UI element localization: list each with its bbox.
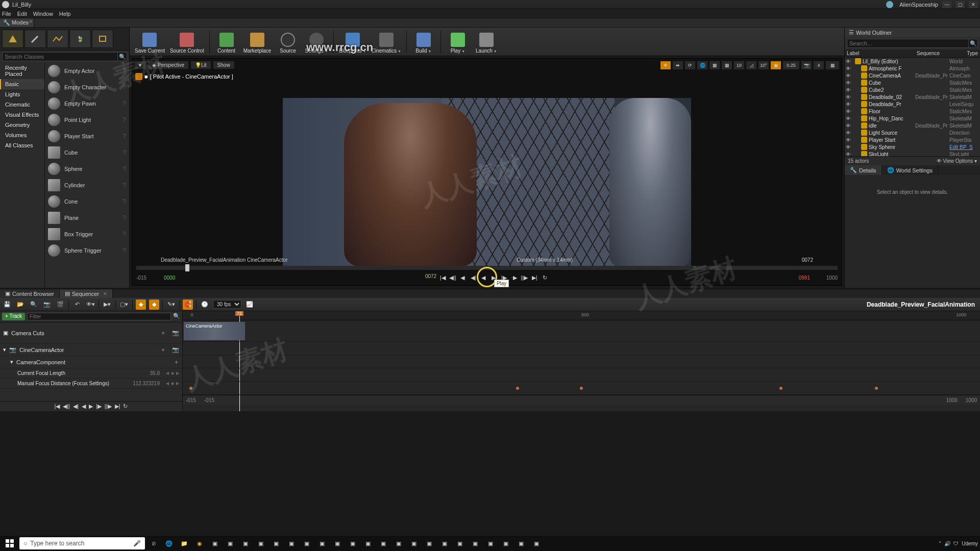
window-minimize-button[interactable]: — — [942, 1, 951, 8]
undo-icon[interactable]: ↶ — [72, 299, 82, 310]
taskbar-app-icon[interactable]: ▣ — [331, 537, 344, 550]
system-tray[interactable]: ˄ 🔊 🛡 Udemy — [939, 541, 978, 546]
cinematics-button[interactable]: Cinematics▼ — [370, 29, 403, 55]
pilot-camera-icon[interactable]: 📷 — [172, 346, 179, 353]
frame-fwd-button[interactable]: |▶ — [96, 403, 102, 410]
play-button[interactable]: Play▼ — [444, 29, 472, 55]
help-icon[interactable]: ? — [122, 84, 126, 91]
taskbar-app-icon[interactable]: ◉ — [193, 537, 206, 550]
prev-key-icon[interactable]: ◀ — [166, 381, 169, 386]
visibility-icon[interactable]: 👁 — [846, 116, 852, 121]
actor-plane[interactable]: Plane? — [45, 210, 129, 226]
search-icon[interactable]: 🔍 — [118, 52, 127, 61]
add-key-icon[interactable]: ◆ — [171, 371, 174, 375]
actor-empty-pawn[interactable]: Empty Pawn? — [45, 95, 129, 112]
landscape-mode-button[interactable] — [47, 30, 68, 48]
help-icon[interactable]: ? — [122, 247, 126, 254]
col-sequence[interactable]: Sequence — [917, 51, 949, 56]
outliner-row[interactable]: 👁Light SourceDirection — [845, 129, 980, 136]
actor-empty-actor[interactable]: Empty Actor? — [45, 63, 129, 79]
prev-key-icon[interactable]: ◀ — [166, 371, 169, 375]
add-subtrack-button[interactable]: ＋ — [160, 346, 166, 354]
taskbar-app-icon[interactable]: ▣ — [499, 537, 512, 550]
tray-icon[interactable]: 🛡 — [953, 541, 959, 546]
source-control-button[interactable]: Source Control — [168, 29, 206, 55]
show-button[interactable]: Show — [213, 61, 235, 69]
help-icon[interactable]: ? — [122, 214, 126, 221]
outliner-row[interactable]: 👁Sky SphereEdit BP_S — [845, 143, 980, 151]
world-settings-tab[interactable]: 🌐World Settings — [882, 165, 938, 175]
taskbar-app-icon[interactable]: ▣ — [423, 537, 436, 550]
visibility-icon[interactable]: 👁 — [846, 80, 852, 86]
focal-length-lane[interactable] — [183, 368, 980, 382]
category-lights[interactable]: Lights — [0, 89, 44, 99]
keyframe[interactable] — [875, 387, 878, 390]
outliner-row[interactable]: 👁idleDeadblade_Preview_FacSkeletalM — [845, 122, 980, 129]
visibility-icon[interactable]: 👁 — [846, 59, 852, 64]
camera-speed-button[interactable]: 📷 — [801, 61, 812, 70]
outliner-row[interactable]: 👁Lil_Billy (Editor)World — [845, 58, 980, 65]
settings-button[interactable]: Settings▼ — [303, 29, 330, 55]
range-end[interactable]: 1000 — [946, 397, 958, 403]
category-recently-placed[interactable]: Recently Placed — [0, 63, 44, 79]
camera-speed-value[interactable]: 4 — [813, 61, 824, 70]
world-local-button[interactable]: 🌐 — [697, 61, 708, 70]
geometry-mode-button[interactable] — [92, 30, 113, 48]
search-icon[interactable]: 🔍 — [969, 39, 978, 48]
task-view-button[interactable]: ⎚ — [147, 537, 160, 550]
outliner-row[interactable]: 👁CineCameraADeadblade_Preview_FacCineCam — [845, 72, 980, 79]
frame-start[interactable]: 0000 — [164, 275, 191, 281]
next-key-icon[interactable]: ▶ — [176, 371, 179, 375]
help-icon[interactable]: ? — [122, 165, 126, 172]
key-all-icon[interactable]: ◆ — [136, 299, 146, 310]
keyframe[interactable] — [516, 387, 519, 390]
viewport-layout-button[interactable]: ▦ — [825, 61, 840, 70]
actions-icon[interactable]: ▢▾ — [119, 299, 129, 310]
taskbar-app-icon[interactable]: ▣ — [224, 537, 237, 550]
taskbar-search[interactable]: ○Type here to search🎤 — [19, 537, 145, 549]
help-icon[interactable]: ? — [122, 116, 126, 123]
loop-button[interactable]: ↻ — [541, 273, 549, 282]
menu-window[interactable]: Window — [33, 11, 53, 17]
key-back-button[interactable]: ◀· — [459, 273, 467, 282]
marketplace-button[interactable]: Marketplace — [241, 29, 273, 55]
help-icon[interactable]: ? — [122, 100, 126, 107]
taskbar-app-icon[interactable]: ▣ — [469, 537, 482, 550]
taskbar-app-icon[interactable]: ▣ — [453, 537, 467, 550]
keyframe[interactable] — [189, 387, 192, 390]
expand-icon[interactable]: ▾ — [10, 359, 13, 365]
outliner-search-input[interactable] — [847, 39, 969, 48]
taskbar-app-icon[interactable]: ▣ — [270, 537, 283, 550]
category-visual-effects[interactable]: Visual Effects — [0, 110, 44, 120]
camera-component-lane[interactable] — [183, 355, 980, 368]
tray-icon[interactable]: 🔊 — [944, 541, 950, 546]
menu-help[interactable]: Help — [59, 11, 71, 17]
track-camera-component[interactable]: ▾ CameraComponent ＋ — [0, 356, 182, 368]
add-track-button[interactable]: + Track — [2, 313, 25, 320]
find-in-cb-icon[interactable]: 📂 — [15, 299, 26, 310]
help-icon[interactable]: ? — [122, 198, 126, 205]
range-start-disp[interactable]: -015 — [186, 397, 196, 403]
track-value[interactable]: 112.323219 — [133, 381, 160, 386]
perspective-button[interactable]: ◈ Perspective — [148, 61, 189, 69]
visibility-icon[interactable]: 👁 — [846, 87, 852, 93]
loop-button[interactable]: ↻ — [123, 403, 128, 410]
menu-edit[interactable]: Edit — [17, 11, 27, 17]
actor-sphere[interactable]: Sphere? — [45, 161, 129, 177]
render-movie-icon[interactable]: 📷 — [42, 299, 52, 310]
taskbar-app-icon[interactable]: 📁 — [178, 537, 191, 550]
track-cine-camera[interactable]: ▾ 📷 CineCameraActor ＋ 📷 — [0, 344, 182, 356]
track-focus-distance[interactable]: Manual Focus Distance (Focus Settings) 1… — [0, 379, 182, 389]
start-button[interactable] — [2, 537, 17, 550]
actor-empty-character[interactable]: Empty Character? — [45, 79, 129, 95]
play-reverse-button[interactable]: ◀ — [479, 273, 487, 282]
help-icon[interactable]: ? — [122, 149, 126, 156]
step-back-button[interactable]: ◀|| — [449, 273, 457, 282]
visibility-icon[interactable]: 👁 — [846, 102, 852, 107]
search-icon[interactable]: 🔍 — [173, 313, 180, 320]
taskbar-app-icon[interactable]: ▣ — [392, 537, 405, 550]
help-icon[interactable]: ? — [122, 133, 126, 140]
taskbar-app-icon[interactable]: ▣ — [438, 537, 451, 550]
actor-player-start[interactable]: Player Start? — [45, 128, 129, 144]
timeline-ruler[interactable]: 0 500 1000 — [183, 311, 980, 320]
